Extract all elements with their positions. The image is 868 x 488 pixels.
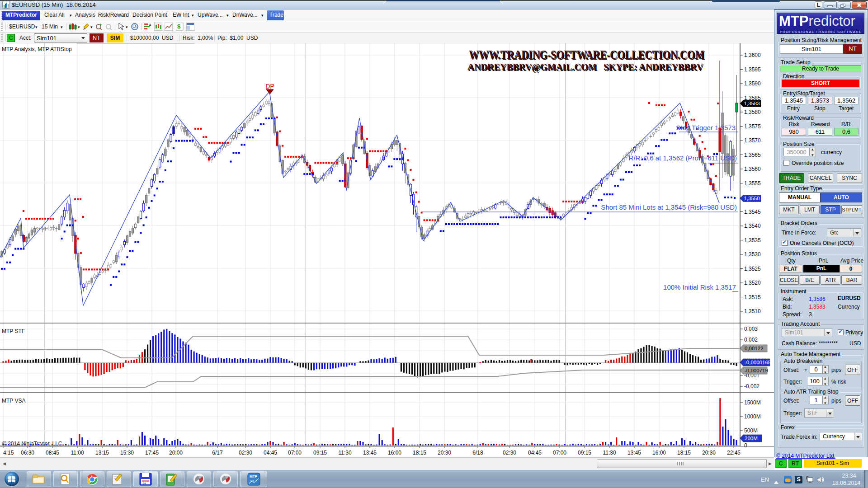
svg-text:11:00: 11:00	[71, 450, 84, 456]
svg-text:18:15: 18:15	[413, 450, 426, 456]
svg-text:1,3590: 1,3590	[744, 80, 761, 87]
svg-text:0,00122: 0,00122	[745, 346, 764, 351]
svg-text:11:30: 11:30	[603, 450, 616, 456]
svg-text:-0,002: -0,002	[744, 383, 760, 389]
svg-text:1,3510: 1,3510	[744, 308, 761, 314]
svg-text:1,3555: 1,3555	[744, 180, 761, 187]
svg-text:13:45: 13:45	[363, 450, 377, 456]
svg-text:13:45: 13:45	[627, 450, 641, 456]
svg-text:1,3600: 1,3600	[744, 52, 761, 58]
svg-text:4:15: 4:15	[3, 450, 14, 456]
svg-text:$: $	[177, 23, 181, 30]
svg-text:R/R: 0,6 at 1,3562 (Profit=611: R/R: 0,6 at 1,3562 (Profit=611 USD)	[629, 154, 737, 162]
svg-text:06:30: 06:30	[21, 450, 34, 456]
svg-text:0: 0	[744, 442, 747, 449]
svg-text:02:30: 02:30	[239, 450, 252, 456]
svg-text:1,3583: 1,3583	[744, 101, 760, 106]
svg-text:+: +	[99, 23, 102, 27]
svg-text:22:45: 22:45	[727, 450, 741, 456]
svg-text:MTP VSA: MTP VSA	[2, 398, 25, 404]
svg-text:17:45: 17:45	[145, 450, 159, 456]
svg-text:1,3515: 1,3515	[744, 294, 761, 300]
svg-text:20:30: 20:30	[438, 450, 451, 456]
svg-text:1,3595: 1,3595	[744, 66, 761, 73]
svg-text:1500M: 1500M	[744, 399, 761, 406]
svg-text:20:00: 20:00	[169, 450, 183, 456]
svg-text:04:45: 04:45	[528, 450, 542, 456]
svg-text:ANDREYBBRV@GMAIL.COM SKYPE:: ANDREYBBRV@GMAIL.COM SKYPE: ANDREYBBRV	[467, 61, 703, 72]
svg-text:MTP Analysis, MTP ATRStop: MTP Analysis, MTP ATRStop	[2, 46, 72, 52]
svg-text:Short 85 Mini Lots at 1,3545 (: Short 85 Mini Lots at 1,3545 (Risk=980 U…	[601, 203, 737, 211]
svg-text:WWW.TRADING-SOFTWARE-COLLECTIO: WWW.TRADING-SOFTWARE-COLLECTION.COM	[469, 47, 704, 61]
svg-text:6/18: 6/18	[472, 450, 483, 456]
svg-text:07:00: 07:00	[288, 450, 302, 456]
svg-text:-0,000719: -0,000719	[745, 368, 768, 373]
svg-text:1,3550: 1,3550	[744, 196, 760, 201]
svg-text:200M: 200M	[745, 436, 758, 441]
svg-text:1,3580: 1,3580	[744, 109, 761, 115]
svg-text:1,3525: 1,3525	[744, 266, 761, 272]
svg-text:1,3560: 1,3560	[744, 166, 761, 172]
svg-text:07:00: 07:00	[553, 450, 566, 456]
svg-text:1,3535: 1,3535	[744, 237, 761, 244]
svg-text:1,3570: 1,3570	[744, 137, 761, 144]
svg-text:6/17: 6/17	[212, 450, 223, 456]
svg-text:0,002: 0,002	[744, 337, 758, 343]
svg-text:© 2014 NinjaTrader, LLC: © 2014 NinjaTrader, LLC	[2, 441, 62, 447]
svg-text:0,003: 0,003	[744, 326, 758, 332]
svg-text:1,3520: 1,3520	[744, 280, 761, 286]
svg-text:1,3545: 1,3545	[744, 209, 761, 215]
svg-text:15:30: 15:30	[120, 450, 134, 456]
svg-text:11:30: 11:30	[338, 450, 351, 456]
svg-text:64: 64	[143, 482, 146, 485]
svg-text:1,3540: 1,3540	[744, 223, 761, 229]
svg-text:Stop Trigger 1,3573: Stop Trigger 1,3573	[676, 124, 736, 131]
svg-text:1,3565: 1,3565	[744, 152, 761, 158]
svg-text:16:00: 16:00	[652, 450, 666, 456]
svg-text:09:15: 09:15	[313, 450, 327, 456]
svg-text:18:15: 18:15	[677, 450, 691, 456]
svg-text:-0,0000165: -0,0000165	[745, 360, 771, 365]
svg-text:13:15: 13:15	[95, 450, 109, 456]
svg-text:02:30: 02:30	[503, 450, 516, 456]
svg-text:1,3530: 1,3530	[744, 251, 761, 258]
svg-text:20:30: 20:30	[702, 450, 716, 456]
svg-text:100% Initial Risk 1,3517: 100% Initial Risk 1,3517	[663, 283, 736, 291]
svg-text:09:15: 09:15	[578, 450, 591, 456]
svg-text:16:00: 16:00	[388, 450, 401, 456]
svg-text:08:45: 08:45	[46, 450, 59, 456]
svg-text:1000M: 1000M	[744, 413, 761, 420]
svg-text:1,3575: 1,3575	[744, 123, 761, 130]
svg-text:04:45: 04:45	[264, 450, 277, 456]
svg-text:500M: 500M	[744, 427, 758, 434]
svg-text:MTP: MTP	[250, 474, 258, 479]
svg-text:MTP STF: MTP STF	[2, 328, 25, 334]
svg-text:DP: DP	[265, 83, 274, 90]
